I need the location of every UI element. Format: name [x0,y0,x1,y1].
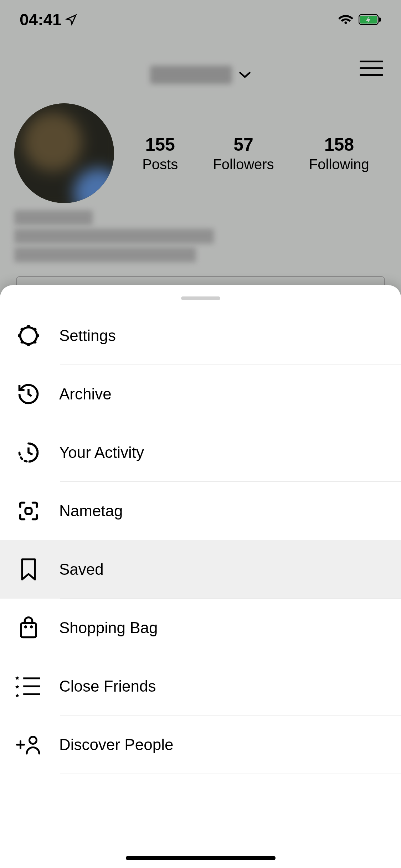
sheet-grabber[interactable] [181,296,220,300]
divider [60,774,401,774]
menu-item-settings[interactable]: Settings [0,306,401,365]
close-friends-icon [14,672,43,701]
menu-label: Settings [59,327,116,345]
menu-label: Nametag [59,502,123,520]
home-indicator[interactable] [126,856,276,860]
svg-point-6 [25,626,26,627]
menu-label: Discover People [59,736,173,754]
menu-label: Shopping Bag [59,619,158,637]
shopping-bag-icon [14,614,43,642]
menu-item-discover-people[interactable]: Discover People [0,715,401,774]
activity-icon [14,438,43,467]
menu-label: Saved [59,560,104,578]
svg-point-13 [30,737,37,744]
menu-item-shopping-bag[interactable]: Shopping Bag [0,599,401,657]
svg-point-3 [20,327,37,344]
bookmark-icon [14,555,43,584]
menu-item-nametag[interactable]: Nametag [0,482,401,540]
menu-label: Close Friends [59,677,156,695]
discover-people-icon [14,730,43,759]
menu-label: Your Activity [59,444,144,461]
svg-rect-4 [25,508,32,514]
menu-item-your-activity[interactable]: Your Activity [0,423,401,482]
nametag-icon [14,497,43,525]
svg-point-7 [31,626,32,627]
history-icon [14,380,43,408]
menu-item-saved[interactable]: Saved [0,540,401,599]
menu-item-archive[interactable]: Archive [0,365,401,423]
gear-icon [14,321,43,350]
menu-item-close-friends[interactable]: Close Friends [0,657,401,715]
menu-label: Archive [59,385,112,403]
svg-rect-5 [21,623,36,637]
bottom-sheet: Settings Archive Your Activity Nametag S… [0,285,401,868]
